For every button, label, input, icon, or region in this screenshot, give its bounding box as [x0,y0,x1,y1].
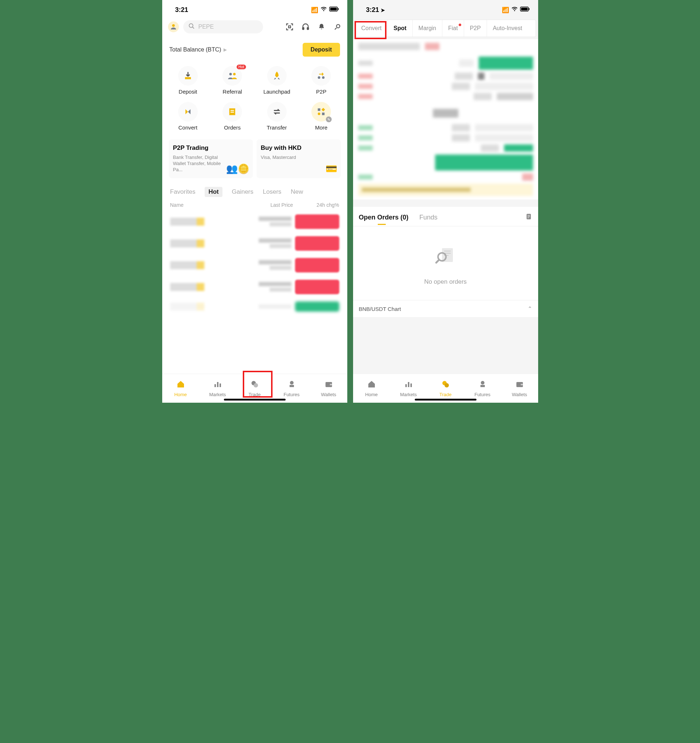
tab-favorites[interactable]: Favorites [170,187,196,197]
status-icons: 📶 [311,6,339,13]
tab-losers[interactable]: Losers [263,187,281,197]
svg-rect-50 [481,385,485,387]
svg-point-26 [254,383,258,388]
shortcut-label: Convert [178,124,197,130]
shortcut-label: Launchpad [264,89,290,95]
home-icon [176,380,185,391]
market-tabs: Favorites Hot Gainers Losers New [162,182,347,199]
market-row[interactable] [162,211,347,232]
nav-home[interactable]: Home [162,374,199,403]
tab-p2p[interactable]: P2P [464,20,487,37]
orderbook-blurred [353,39,538,200]
home-screen: 3:21 📶 PEPE [162,0,347,403]
futures-icon [478,380,487,391]
market-row[interactable] [162,232,347,254]
shortcut-label: More [315,124,327,130]
shortcut-label: P2P [316,89,326,95]
search-input[interactable]: PEPE [183,20,263,33]
shortcut-label: Orders [224,124,240,130]
shortcut-launchpad[interactable]: Launchpad [255,64,300,97]
market-row[interactable] [162,298,347,315]
wifi-icon [511,6,518,13]
markets-icon [214,380,222,391]
search-icon [188,23,195,31]
shortcut-transfer[interactable]: Transfer [255,100,300,133]
status-time: 3:21 [175,6,188,14]
shortcut-grid: Deposit Hot Referral Launchpad P2P Conve… [162,59,347,136]
card-subtitle: Visa, Mastercard [261,155,312,161]
headset-icon[interactable] [301,23,310,31]
chart-toggle-bar[interactable]: BNB/USDT Chart ⌃ [353,300,538,317]
tab-margin[interactable]: Margin [412,20,442,37]
document-icon[interactable] [525,213,532,222]
nav-wallets[interactable]: Wallets [310,374,347,403]
tab-open-orders[interactable]: Open Orders (0) [359,214,409,221]
shortcut-deposit[interactable]: Deposit [166,64,211,97]
trade-type-tabs: Convert Spot Margin Fiat P2P Auto-Invest [355,19,536,37]
svg-rect-21 [322,112,325,115]
svg-rect-18 [318,108,320,111]
promo-cards: P2P Trading Bank Transfer, Digital Walle… [162,136,347,182]
card-buy-hkd[interactable]: Buy with HKD Visa, Mastercard 💳 [257,139,341,178]
svg-rect-22 [215,384,216,387]
chart-label: BNB/USDT Chart [359,306,401,312]
location-icon: ➤ [381,7,385,13]
tab-spot[interactable]: Spot [388,20,413,37]
deposit-button[interactable]: Deposit [303,43,340,56]
nav-home[interactable]: Home [353,374,390,403]
svg-rect-19 [322,108,325,111]
home-indicator [415,399,476,401]
wifi-icon [320,6,327,13]
tab-gainers[interactable]: Gainers [232,187,254,197]
balance-row: Total Balance (BTC) ▶ Deposit [162,36,347,59]
svg-point-4 [189,24,193,28]
battery-icon [329,6,339,13]
status-bar: 3:21 📶 [162,0,347,18]
market-header: Name Last Price 24h chg% [162,199,347,211]
svg-point-14 [322,76,325,79]
card-p2p-trading[interactable]: P2P Trading Bank Transfer, Digital Walle… [169,139,253,178]
shortcut-referral[interactable]: Hot Referral [210,64,255,97]
signal-icon: 📶 [502,6,509,13]
bell-icon[interactable] [317,23,325,31]
bottom-nav: Home Markets Trade Futures Wallets [353,374,538,403]
status-icons: 📶 [502,6,530,13]
market-row[interactable] [162,276,347,298]
svg-point-48 [445,383,449,388]
tab-auto-invest[interactable]: Auto-Invest [487,20,528,37]
svg-rect-23 [217,382,218,387]
tab-funds[interactable]: Funds [420,214,438,221]
svg-rect-32 [521,7,528,10]
orders-tabs: Open Orders (0) Funds [353,207,538,226]
top-bar: PEPE [162,18,347,36]
market-row[interactable] [162,254,347,276]
svg-rect-52 [521,384,523,385]
tab-new[interactable]: New [291,187,303,197]
scan-icon[interactable] [286,23,294,31]
svg-rect-24 [219,383,221,387]
nav-wallets[interactable]: Wallets [501,374,538,403]
profile-avatar[interactable] [168,21,179,32]
tab-fiat[interactable]: Fiat [442,20,464,37]
home-indicator [224,399,286,401]
trade-icon [441,380,450,391]
svg-point-9 [337,25,340,28]
svg-line-43 [436,260,438,263]
tab-convert[interactable]: Convert [356,20,388,37]
svg-rect-8 [307,28,308,30]
trade-icon [251,380,259,391]
svg-rect-33 [529,8,529,10]
coin-icon[interactable] [334,23,341,31]
svg-rect-46 [411,383,412,387]
tab-hot[interactable]: Hot [205,187,222,197]
svg-rect-28 [289,385,294,387]
svg-rect-10 [185,77,191,80]
shortcut-p2p[interactable]: P2P [299,64,344,97]
shortcut-orders[interactable]: Orders [210,100,255,133]
shortcut-more[interactable]: ✎ More [299,100,344,133]
shortcut-convert[interactable]: Convert [166,100,211,133]
no-orders-label: No open orders [424,278,467,286]
svg-point-11 [229,73,232,75]
balance-label[interactable]: Total Balance (BTC) ▶ [169,46,227,53]
svg-rect-6 [289,26,291,28]
